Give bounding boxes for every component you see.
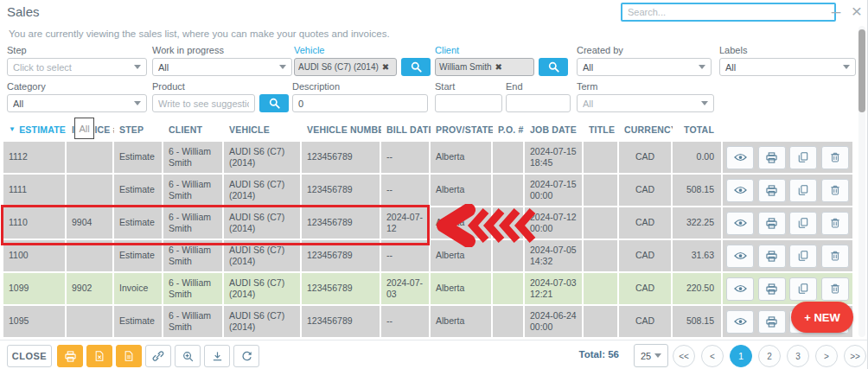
table-row[interactable]: 1099 9902 Invoice 6 - William Smith AUDI…	[3, 273, 849, 304]
view-button[interactable]	[726, 212, 754, 235]
column-header-prov-state[interactable]: PROV/STATE	[431, 118, 491, 140]
clear-icon[interactable]: ✖	[495, 62, 502, 72]
pagination-next-button[interactable]: >	[815, 345, 838, 367]
column-header-vehicle[interactable]: VEHICLE	[224, 118, 300, 140]
cell-job-date: 2024-07-15 00:00	[525, 175, 582, 206]
vehicle-chip[interactable]: AUDI S6 (C7) (2014) ✖	[294, 58, 397, 76]
print-button[interactable]	[758, 146, 786, 169]
search-input[interactable]	[621, 3, 836, 22]
invoice-column-filter-overlay[interactable]: All	[74, 118, 94, 139]
delete-button[interactable]	[821, 245, 849, 268]
print-button[interactable]	[758, 277, 786, 301]
cell-actions	[723, 273, 852, 304]
term-select[interactable]: All	[577, 94, 714, 112]
eye-icon	[734, 284, 747, 293]
pagination-first-button[interactable]: <<	[673, 345, 695, 367]
column-header-po[interactable]: P.O. #	[493, 118, 523, 140]
close-button[interactable]: CLOSE	[7, 345, 52, 367]
column-header-title[interactable]: TITLE	[584, 118, 617, 140]
duplicate-button[interactable]	[789, 212, 817, 235]
view-button[interactable]	[726, 179, 754, 202]
pdf-file-icon	[124, 351, 134, 361]
description-input[interactable]	[292, 94, 428, 112]
column-header-estimate[interactable]: ▼ESTIMATE #	[3, 118, 65, 140]
column-header-currency[interactable]: CURRENCY	[619, 118, 671, 140]
vehicle-search-button[interactable]	[401, 58, 431, 76]
table-row[interactable]: 1095 Estimate 6 - William Smith AUDI S6 …	[3, 306, 849, 337]
duplicate-button[interactable]	[789, 245, 817, 268]
view-button[interactable]	[726, 146, 754, 169]
copy-icon	[798, 185, 808, 195]
cell-title	[584, 273, 617, 304]
product-search-button[interactable]	[259, 94, 289, 112]
duplicate-button[interactable]	[789, 179, 817, 202]
delete-button[interactable]	[821, 179, 849, 202]
column-header-vehicle-number[interactable]: VEHICLE NUMBER	[302, 118, 380, 140]
duplicate-button[interactable]	[789, 146, 817, 169]
filter-step-label: Step	[7, 45, 147, 55]
filter-wip-label: Work in progress	[152, 45, 292, 55]
refresh-button[interactable]	[233, 345, 259, 367]
delete-button[interactable]	[821, 212, 849, 235]
view-button[interactable]	[726, 277, 754, 301]
eye-icon	[734, 251, 747, 260]
minimize-icon[interactable]: –	[828, 1, 844, 22]
category-select-value: All	[13, 99, 23, 109]
copy-icon	[798, 218, 808, 228]
close-icon[interactable]: ×	[849, 1, 865, 22]
print-button[interactable]	[758, 212, 786, 235]
copy-link-button[interactable]	[145, 345, 171, 367]
print-button[interactable]	[758, 179, 786, 202]
zoom-in-button[interactable]	[175, 345, 201, 367]
copy-icon	[798, 283, 808, 294]
created-by-select[interactable]: All	[577, 58, 712, 76]
new-button[interactable]: + NEW	[791, 302, 853, 333]
column-header-bill-date[interactable]: BILL DATE	[381, 118, 429, 140]
pagination-last-button[interactable]: >>	[844, 345, 866, 367]
delete-button[interactable]	[821, 277, 849, 301]
pagination-prev-button[interactable]: <	[701, 345, 724, 367]
cell-step: Estimate	[114, 175, 162, 206]
export-excel-button[interactable]	[86, 345, 112, 367]
column-header-step[interactable]: STEP	[114, 118, 162, 140]
clear-icon[interactable]: ✖	[382, 62, 389, 72]
start-date-input[interactable]	[435, 94, 502, 112]
export-pdf-button[interactable]	[116, 345, 142, 367]
print-button[interactable]	[758, 245, 786, 268]
pagination-page-3-button[interactable]: 3	[787, 345, 809, 367]
table-row[interactable]: 1100 Estimate 6 - William Smith AUDI S6 …	[3, 240, 849, 271]
cell-client: 6 - William Smith	[163, 175, 222, 206]
product-input[interactable]	[152, 94, 255, 112]
page-size-select[interactable]: 25	[634, 344, 668, 367]
print-list-button[interactable]	[57, 345, 83, 367]
wip-select[interactable]: All	[152, 58, 292, 76]
table-row[interactable]: 1111 Estimate 6 - William Smith AUDI S6 …	[3, 175, 849, 206]
table-row[interactable]: 1112 Estimate 6 - William Smith AUDI S6 …	[3, 142, 849, 173]
page-subtitle: You are currently viewing the sales list…	[9, 29, 390, 39]
category-select[interactable]: All	[7, 94, 147, 112]
pagination-page-1-button[interactable]: 1	[730, 345, 752, 367]
labels-select[interactable]: All	[719, 58, 856, 76]
view-button[interactable]	[726, 245, 754, 268]
print-button[interactable]	[758, 310, 786, 334]
column-header-total[interactable]: TOTAL	[673, 118, 721, 140]
client-chip[interactable]: William Smith ✖	[435, 58, 534, 76]
step-select[interactable]: Click to select	[7, 58, 147, 76]
cell-client: 6 - William Smith	[163, 240, 222, 271]
cell-prov-state: Alberta	[431, 240, 491, 271]
download-button[interactable]	[204, 345, 230, 367]
client-search-button[interactable]	[539, 58, 568, 76]
column-header-job-date[interactable]: JOB DATE	[525, 118, 582, 140]
cell-estimate: 1095	[3, 306, 65, 337]
table-row[interactable]: 1110 9904 Estimate 6 - William Smith AUD…	[3, 207, 849, 239]
end-date-input[interactable]	[506, 94, 571, 112]
chevron-down-icon	[654, 353, 661, 358]
column-header-client[interactable]: CLIENT	[163, 118, 222, 140]
cell-job-date: 2024-06-24 00:00	[525, 306, 582, 337]
pagination-page-2-button[interactable]: 2	[758, 345, 781, 367]
delete-button[interactable]	[821, 146, 849, 169]
duplicate-button[interactable]	[789, 277, 817, 301]
view-button[interactable]	[726, 310, 754, 334]
vertical-scrollbar-thumb[interactable]	[858, 29, 865, 112]
filter-start: Start	[435, 81, 502, 112]
